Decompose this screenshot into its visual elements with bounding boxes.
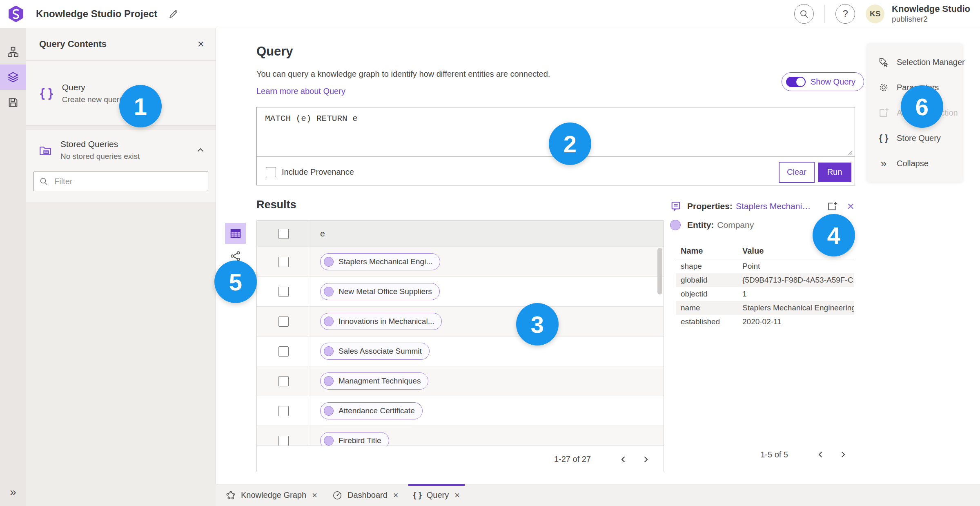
menu-item-selection-manager[interactable]: Selection Manager bbox=[867, 49, 962, 75]
properties-entity-link[interactable]: Staplers Mechanic... bbox=[736, 201, 811, 211]
entity-chip-label: Staplers Mechanical Engi... bbox=[339, 257, 432, 266]
tab-dashboard[interactable]: Dashboard × bbox=[325, 484, 406, 506]
menu-item-store-query[interactable]: { } Store Query bbox=[867, 125, 962, 151]
filter-search-icon bbox=[39, 176, 49, 186]
save-icon bbox=[7, 96, 19, 109]
results-prev-page-button[interactable] bbox=[616, 452, 631, 467]
entity-chip[interactable]: Firebird Title bbox=[320, 432, 389, 446]
help-button[interactable]: ? bbox=[835, 4, 855, 24]
query-section-title: Query bbox=[256, 44, 293, 59]
table-icon bbox=[229, 227, 242, 240]
entity-value: Company bbox=[717, 220, 754, 230]
collapse-icon: » bbox=[878, 157, 889, 170]
results-next-page-button[interactable] bbox=[638, 452, 653, 467]
stored-queries-row[interactable]: Stored Queries No stored queries exist bbox=[26, 130, 216, 161]
table-row: Sales Associate Summit bbox=[257, 337, 664, 366]
selection-manager-icon bbox=[878, 56, 889, 68]
entity-dot-icon bbox=[324, 406, 334, 416]
row-check-cell bbox=[257, 277, 310, 306]
row-checkbox[interactable] bbox=[278, 436, 289, 446]
entity-chip[interactable]: New Metal Office Suppliers bbox=[320, 283, 440, 300]
select-all-checkbox[interactable] bbox=[278, 229, 289, 239]
bottom-tab-bar: Knowledge Graph × Dashboard × { } Query … bbox=[216, 484, 980, 506]
menu-item-label: Collapse bbox=[897, 159, 929, 168]
query-item-text: Query Create new queries bbox=[62, 82, 129, 104]
tab-knowledge-graph[interactable]: Knowledge Graph × bbox=[218, 484, 325, 506]
add-to-selection-icon[interactable] bbox=[826, 201, 838, 212]
entity-type-dot-icon bbox=[670, 220, 681, 230]
row-checkbox[interactable] bbox=[278, 257, 289, 267]
show-query-toggle[interactable]: Show Query bbox=[782, 72, 864, 91]
entity-dot-icon bbox=[324, 317, 334, 326]
layers-button[interactable] bbox=[0, 65, 26, 90]
row-checkbox[interactable] bbox=[278, 317, 289, 327]
avatar[interactable]: KS bbox=[866, 4, 884, 23]
help-icon: ? bbox=[842, 8, 848, 20]
data-model-icon bbox=[7, 46, 19, 58]
sidebar-item-query[interactable]: { } Query Create new queries bbox=[26, 61, 216, 126]
data-model-button[interactable] bbox=[0, 39, 26, 65]
table-row: Managment Techniques bbox=[257, 366, 664, 396]
properties-next-page-button[interactable] bbox=[835, 447, 850, 462]
app-logo-icon[interactable] bbox=[7, 4, 25, 23]
entity-chip[interactable]: Managment Techniques bbox=[320, 372, 428, 390]
row-checkbox[interactable] bbox=[278, 376, 289, 386]
table-row: Firebird Title bbox=[257, 426, 664, 446]
clear-button[interactable]: Clear bbox=[779, 162, 815, 183]
entity-dot-icon bbox=[324, 257, 334, 267]
layers-icon bbox=[7, 71, 20, 84]
entity-chip[interactable]: Innovations in Mechanical... bbox=[320, 313, 442, 330]
top-header: Knowledge Studio Project ? KS Knowledge … bbox=[0, 0, 980, 28]
filter-input[interactable] bbox=[53, 176, 203, 187]
entity-dot-icon bbox=[324, 346, 334, 356]
row-checkbox[interactable] bbox=[278, 287, 289, 297]
learn-more-link[interactable]: Learn more about Query bbox=[256, 87, 345, 96]
chevron-left-icon bbox=[619, 455, 628, 464]
row-check-cell bbox=[257, 307, 310, 336]
chevron-up-icon[interactable] bbox=[195, 145, 206, 156]
search-button[interactable] bbox=[794, 4, 814, 24]
callout-6: 6 bbox=[901, 85, 943, 128]
row-checkbox[interactable] bbox=[278, 406, 289, 416]
entity-dot-icon bbox=[324, 376, 334, 386]
tab-close-icon[interactable]: × bbox=[393, 490, 399, 501]
entity-chip-label: Managment Techniques bbox=[339, 377, 421, 386]
table-view-button[interactable] bbox=[225, 223, 246, 244]
panel-close-icon[interactable]: × bbox=[198, 38, 204, 51]
menu-item-label: Selection Manager bbox=[897, 58, 965, 67]
add-to-selection-icon bbox=[878, 107, 889, 118]
include-provenance-checkbox[interactable] bbox=[266, 167, 276, 177]
results-table-body: Staplers Mechanical Engi... New Metal Of… bbox=[257, 247, 664, 446]
prop-value: 2020-02-11 bbox=[742, 317, 854, 326]
column-header-e: e bbox=[320, 229, 325, 239]
callout-2: 2 bbox=[549, 123, 591, 165]
properties-close-icon[interactable]: × bbox=[847, 200, 854, 212]
entity-chip[interactable]: Attendance Certificate bbox=[320, 402, 423, 419]
property-row: name Staplers Mechanical Engineering bbox=[676, 301, 854, 315]
entity-chip[interactable]: Staplers Mechanical Engi... bbox=[320, 253, 440, 270]
panel-header: Query Contents × bbox=[26, 28, 216, 61]
save-button[interactable] bbox=[0, 90, 26, 115]
expand-rail-button[interactable]: » bbox=[0, 486, 26, 499]
callout-4: 4 bbox=[813, 214, 855, 256]
user-name: Knowledge Studio bbox=[892, 4, 970, 14]
tab-close-icon[interactable]: × bbox=[454, 490, 460, 501]
resize-handle-icon[interactable] bbox=[846, 149, 853, 156]
braces-icon: { } bbox=[40, 86, 53, 100]
entity-chip[interactable]: Sales Associate Summit bbox=[320, 343, 430, 360]
table-scrollbar-thumb[interactable] bbox=[657, 248, 662, 294]
row-checkbox[interactable] bbox=[278, 346, 289, 357]
run-button[interactable]: Run bbox=[818, 163, 851, 182]
menu-item-collapse[interactable]: » Collapse bbox=[867, 151, 962, 176]
tab-query[interactable]: { } Query × bbox=[406, 484, 467, 506]
tab-close-icon[interactable]: × bbox=[312, 490, 317, 501]
stored-queries-label: Stored Queries bbox=[60, 139, 140, 149]
sidebar-section-stored-queries: Stored Queries No stored queries exist bbox=[26, 130, 216, 203]
stored-queries-folder-icon bbox=[38, 143, 52, 157]
prop-name: globalid bbox=[676, 276, 742, 285]
prop-name: established bbox=[676, 317, 742, 326]
properties-icon bbox=[670, 201, 682, 212]
edit-title-icon[interactable] bbox=[168, 8, 179, 20]
properties-prev-page-button[interactable] bbox=[813, 447, 828, 462]
user-info[interactable]: Knowledge Studio publisher2 bbox=[892, 4, 970, 23]
